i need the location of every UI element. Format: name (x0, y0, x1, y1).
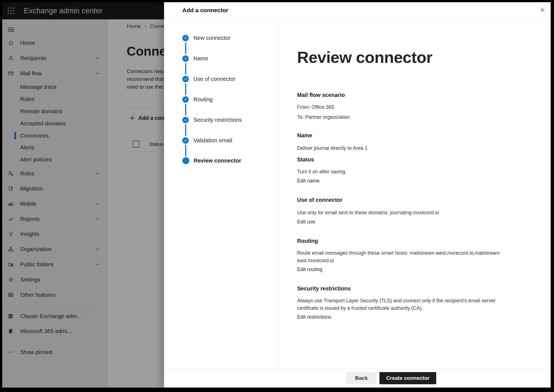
create-connector-button[interactable]: Create connector (379, 372, 436, 384)
back-button[interactable]: Back (346, 372, 377, 384)
add-connector-dialog: Add a connector New connector Name Use o… (164, 2, 551, 388)
wizard-stepper: New connector Name Use of connector Rout… (164, 19, 279, 368)
name-value: Deliver journal directly to Area 1 (297, 145, 367, 152)
status-value: Turn it on after saving (297, 168, 345, 176)
step-complete-icon (182, 96, 189, 103)
step-label: Routing (193, 96, 213, 103)
step-connector-line (185, 63, 186, 74)
dialog-footer: Back Create connector (164, 368, 551, 388)
step-current-icon (182, 157, 189, 164)
page-frame: Exchange admin center Home Recipients Ma… (2, 2, 551, 388)
status-label: Status (297, 156, 314, 163)
dialog-title: Add a connector (182, 2, 228, 18)
security-restrictions-value: Always use Transport Layer Security (TLS… (297, 297, 515, 312)
step-connector-line (185, 83, 186, 95)
step-label: Name (193, 55, 208, 62)
step-complete-icon (182, 76, 189, 82)
edit-routing-link[interactable]: Edit routing (297, 267, 322, 272)
routing-label: Routing (297, 238, 318, 244)
review-panel: Review connector Mail flow scenario From… (279, 19, 551, 368)
step-connector-line (185, 145, 186, 156)
step-label: Security restrictions (193, 117, 242, 123)
name-label: Name (297, 132, 312, 139)
review-heading: Review connector (297, 48, 432, 66)
step-label: Review connector (194, 158, 241, 164)
step-new-connector: New connector (182, 35, 230, 41)
step-complete-icon (182, 137, 189, 144)
step-connector-line (185, 124, 186, 136)
step-use-of-connector: Use of connector (182, 76, 235, 82)
step-name: Name (182, 55, 208, 62)
step-security-restrictions: Security restrictions (182, 117, 242, 123)
mail-flow-scenario-label: Mail flow scenario (297, 92, 345, 98)
step-connector-line (185, 42, 186, 54)
mail-flow-from: From: Office 365 (297, 104, 334, 111)
use-of-connector-value: Use only for email sent to these domains… (297, 209, 439, 216)
close-icon[interactable] (537, 5, 547, 15)
step-complete-icon (182, 55, 189, 62)
step-label: New connector (193, 35, 230, 41)
dialog-header: Add a connector (164, 2, 551, 19)
step-complete-icon (182, 117, 189, 123)
step-label: Use of connector (193, 76, 235, 82)
step-label: Validation email (193, 137, 232, 144)
step-routing: Routing (182, 96, 213, 103)
mail-flow-to: To: Partner organization (297, 114, 350, 121)
use-of-connector-label: Use of connector (297, 197, 342, 203)
step-validation-email: Validation email (182, 137, 232, 144)
step-connector-line (185, 104, 186, 115)
edit-use-link[interactable]: Edit use (297, 219, 315, 225)
edit-name-link[interactable]: Edit name (297, 178, 320, 184)
step-complete-icon (182, 35, 189, 41)
routing-value: Route email messages through these smart… (297, 249, 513, 264)
security-restrictions-label: Security restrictions (297, 285, 351, 292)
step-review-connector: Review connector (182, 157, 241, 164)
edit-restrictions-link[interactable]: Edit restrictions (297, 314, 331, 320)
